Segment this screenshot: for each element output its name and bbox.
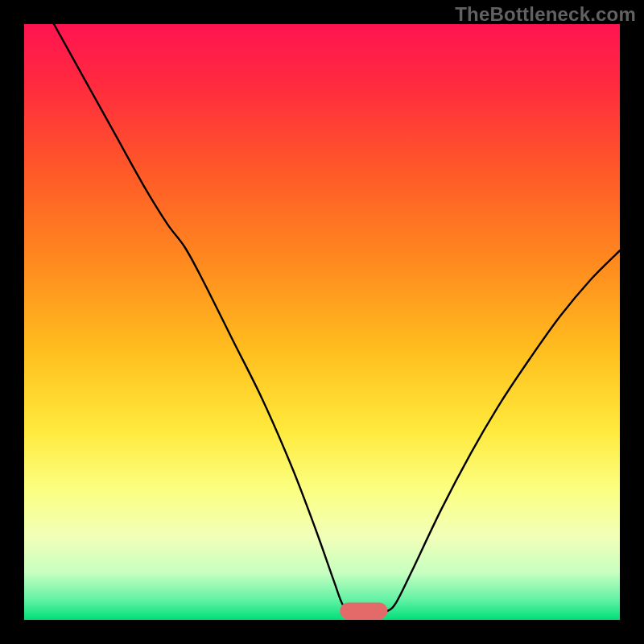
bottleneck-chart	[24, 24, 620, 620]
chart-frame: TheBottleneck.com	[0, 0, 644, 644]
gradient-background	[24, 24, 620, 620]
watermark-text: TheBottleneck.com	[455, 3, 636, 26]
plot-area	[24, 24, 620, 620]
optimal-marker	[340, 603, 387, 620]
